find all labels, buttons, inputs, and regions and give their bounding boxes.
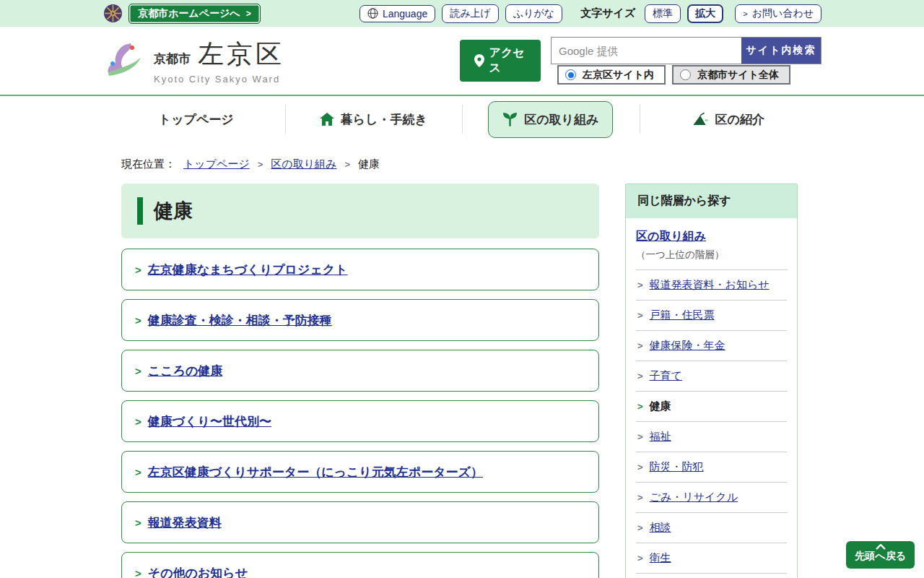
- chevron-right-icon: >: [637, 310, 643, 321]
- language-button[interactable]: Language: [359, 5, 435, 22]
- globe-icon: [367, 8, 378, 19]
- chevron-right-icon: >: [637, 340, 643, 351]
- font-size-standard-button[interactable]: 標準: [645, 4, 681, 23]
- breadcrumb-current-page: 健康: [358, 158, 380, 171]
- health-topic-link-label: 報道発表資料: [148, 514, 222, 531]
- nav-ward-initiatives[interactable]: 区の取り組み: [462, 96, 640, 142]
- sibling-nav-sidebar: 同じ階層から探す 区の取り組み （一つ上位の階層） > 報道発表資料・お知らせ …: [625, 184, 798, 578]
- contact-button[interactable]: > お問い合わせ: [735, 4, 821, 23]
- nav-living-procedures-label: 暮らし・手続き: [341, 111, 427, 128]
- nav-active-pill: 区の取り組み: [488, 101, 613, 138]
- access-label: アクセス: [489, 46, 527, 76]
- sidebar-title: 同じ階層から探す: [626, 184, 797, 218]
- page-title-box: 健康: [121, 184, 599, 238]
- back-to-top-button[interactable]: 先頭へ戻る: [846, 541, 915, 569]
- furigana-button[interactable]: ふりがな: [505, 4, 562, 23]
- chevron-right-icon: >: [135, 415, 141, 428]
- sidebar-item-hygiene[interactable]: > 衛生: [636, 543, 787, 573]
- site-header: 京都市 左京区 Kyoto City Sakyo Ward アクセス サイト内検…: [0, 27, 924, 96]
- chevron-right-icon: >: [637, 522, 643, 533]
- kyoto-city-home-label: 京都市ホームページへ: [138, 7, 240, 20]
- sidebar-item-label: 報道発表資料・お知らせ: [650, 278, 770, 292]
- health-topic-link-5[interactable]: > 左京区健康づくりサポーター（にっこり元気左ポーターズ）: [121, 451, 599, 493]
- sidebar-parent-link[interactable]: 区の取り組み: [636, 229, 706, 244]
- search-input[interactable]: [552, 38, 741, 64]
- site-search-button[interactable]: サイト内検索: [741, 38, 821, 64]
- health-topic-link-7[interactable]: > その他のお知らせ: [121, 552, 599, 578]
- sidebar-item-welfare[interactable]: > 福祉: [636, 421, 787, 452]
- health-topic-link-1[interactable]: > 左京健康なまちづくりプロジェクト: [121, 249, 599, 290]
- back-to-top-label: 先頭へ戻る: [855, 550, 906, 563]
- health-topic-link-4[interactable]: > 健康づくり〜世代別〜: [121, 400, 599, 442]
- logo-english-text: Kyoto City Sakyo Ward: [154, 74, 284, 85]
- health-topic-link-6[interactable]: > 報道発表資料: [121, 501, 599, 543]
- sidebar-parent-note: （一つ上位の階層）: [636, 249, 787, 262]
- sidebar-item-consultation[interactable]: > 相談: [636, 512, 787, 543]
- sprout-icon: [502, 113, 518, 126]
- search-scope-city-option[interactable]: 京都市サイト全体: [672, 65, 790, 85]
- font-large-label: 拡大: [695, 7, 715, 20]
- access-button[interactable]: アクセス: [460, 40, 541, 82]
- utility-bar: 京都市ホームページへ > Language 読み上げ ふりがな 文字サイズ 標準…: [0, 0, 924, 27]
- sidebar-item-disaster-prevention[interactable]: > 防災・防犯: [636, 452, 787, 482]
- chevron-right-icon: >: [135, 466, 141, 478]
- chevron-right-icon: >: [258, 159, 263, 170]
- chevron-right-icon: >: [135, 314, 141, 327]
- site-logo[interactable]: 京都市 左京区 Kyoto City Sakyo Ward: [103, 37, 284, 85]
- chevron-right-icon: >: [344, 159, 350, 170]
- nav-living-procedures[interactable]: 暮らし・手続き: [285, 96, 463, 142]
- health-topic-link-label: 左京健康なまちづくりプロジェクト: [148, 262, 348, 278]
- kyoto-city-emblem-icon: [103, 4, 123, 23]
- kyoto-city-home-button[interactable]: 京都市ホームページへ >: [128, 4, 261, 24]
- health-topic-link-label: 健康診査・検診・相談・予防接種: [148, 312, 332, 329]
- chevron-right-icon: >: [135, 264, 141, 276]
- health-topic-link-label: 健康づくり〜世代別〜: [148, 413, 271, 430]
- breadcrumb-ward-initiatives-link[interactable]: 区の取り組み: [271, 158, 336, 171]
- breadcrumb-label: 現在位置：: [121, 158, 175, 171]
- chevron-right-icon: >: [743, 9, 747, 18]
- map-pin-icon: [474, 54, 484, 67]
- font-standard-label: 標準: [653, 7, 673, 20]
- chevron-right-icon: >: [637, 280, 643, 290]
- search-scope-ward-option[interactable]: 左京区サイト内: [557, 65, 666, 85]
- contact-label: お問い合わせ: [752, 7, 814, 20]
- font-size-large-button[interactable]: 拡大: [687, 4, 723, 23]
- sidebar-item-label: 戸籍・住民票: [650, 309, 715, 322]
- health-topic-link-2[interactable]: > 健康診査・検診・相談・予防接種: [121, 299, 599, 341]
- sidebar-item-family-register[interactable]: > 戸籍・住民票: [636, 300, 787, 330]
- nav-ward-initiatives-label: 区の取り組み: [524, 111, 598, 128]
- chevron-right-icon: >: [135, 567, 141, 578]
- sidebar-item-label: 防災・防犯: [650, 460, 704, 474]
- furigana-label: ふりがな: [513, 7, 554, 20]
- health-topic-link-label: その他のお知らせ: [148, 565, 248, 578]
- font-size-label: 文字サイズ: [580, 7, 635, 20]
- nav-ward-introduction[interactable]: 区の紹介: [640, 96, 817, 142]
- sidebar-item-label: 健康保険・年金: [650, 339, 725, 353]
- logo-ward-text: 左京区: [198, 37, 284, 72]
- language-label: Language: [383, 8, 427, 20]
- breadcrumb-top-page-link[interactable]: トップページ: [183, 158, 250, 171]
- mountain-icon: [692, 113, 709, 126]
- health-topic-link-3[interactable]: > こころの健康: [121, 350, 599, 392]
- chevron-right-icon: >: [637, 462, 643, 473]
- sidebar-item-garbage-recycling[interactable]: > ごみ・リサイクル: [636, 482, 787, 512]
- chevron-right-icon: >: [637, 431, 643, 442]
- sidebar-item-health-insurance[interactable]: > 健康保険・年金: [636, 330, 787, 361]
- health-topic-link-label: 左京区健康づくりサポーター（にっこり元気左ポーターズ）: [148, 464, 483, 480]
- nav-top-page-label: トップページ: [159, 111, 234, 128]
- chevron-right-icon: >: [637, 401, 643, 412]
- chevron-right-icon: >: [246, 9, 251, 19]
- search-scope-ward-label: 左京区サイト内: [583, 69, 654, 82]
- health-topic-link-label: こころの健康: [148, 363, 223, 379]
- sidebar-item-citizen-newspaper[interactable]: > 市民しんぶん区版: [636, 573, 787, 578]
- nav-top-page[interactable]: トップページ: [108, 96, 285, 142]
- chevron-right-icon: >: [637, 553, 643, 564]
- global-nav: トップページ 暮らし・手続き 区の取り組み: [0, 96, 924, 142]
- sidebar-item-press-releases[interactable]: > 報道発表資料・お知らせ: [636, 269, 787, 300]
- chevron-up-icon: [876, 544, 886, 550]
- title-accent-bar: [137, 197, 143, 225]
- read-aloud-button[interactable]: 読み上げ: [442, 4, 499, 23]
- sidebar-item-label: 健康: [650, 400, 671, 413]
- sidebar-item-childcare[interactable]: > 子育て: [636, 361, 787, 391]
- main-column: 健康 > 左京健康なまちづくりプロジェクト > 健康診査・検診・相談・予防接種 …: [121, 184, 599, 578]
